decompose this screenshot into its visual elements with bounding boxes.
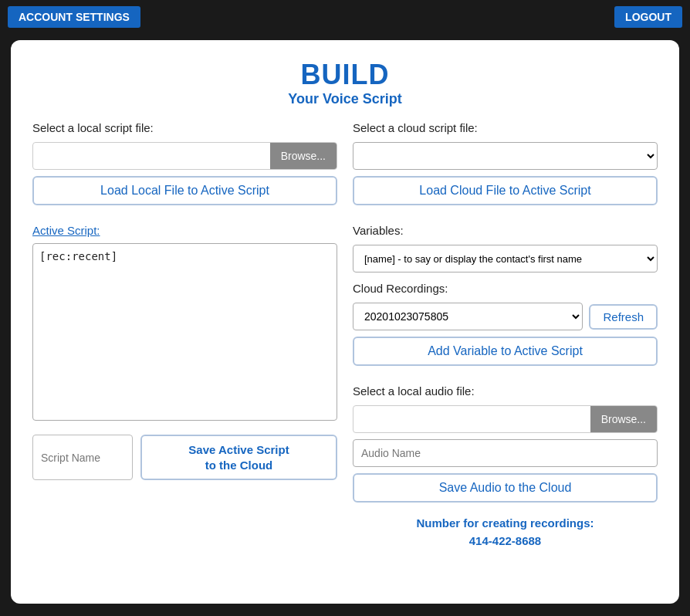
save-audio-button[interactable]: Save Audio to the Cloud — [353, 473, 658, 503]
refresh-button[interactable]: Refresh — [589, 304, 658, 330]
cloud-recordings-row: 20201023075805 Refresh — [353, 303, 658, 330]
main-card: BUILD Your Voice Script Select a local s… — [11, 40, 679, 604]
local-audio-text-input[interactable] — [353, 410, 590, 428]
voice-script-subtitle: Your Voice Script — [32, 91, 658, 107]
script-name-input[interactable] — [32, 435, 133, 480]
phone-number-text: Number for creating recordings: 414-422-… — [353, 515, 658, 550]
local-browse-button[interactable]: Browse... — [270, 143, 337, 169]
top-bar: ACCOUNT SETTINGS LOGOUT — [0, 0, 690, 34]
cloud-recordings-select[interactable]: 20201023075805 — [353, 303, 583, 330]
local-audio-label: Select a local audio file: — [353, 384, 658, 398]
variables-select[interactable]: [name] - to say or display the contact's… — [353, 245, 658, 272]
bottom-left-row: Save Active Script to the Cloud — [32, 435, 337, 480]
load-cloud-file-button[interactable]: Load Cloud File to Active Script — [353, 176, 658, 205]
cloud-script-select[interactable] — [353, 142, 658, 170]
audio-browse-button[interactable]: Browse... — [590, 406, 657, 432]
left-column: Select a local script file: Browse... Lo… — [32, 121, 337, 550]
right-column: Select a cloud script file: Load Cloud F… — [353, 121, 658, 550]
audio-name-input[interactable] — [353, 439, 658, 467]
local-file-text-input[interactable] — [33, 147, 270, 165]
active-script-link[interactable]: Active Script: — [32, 224, 337, 237]
columns: Select a local script file: Browse... Lo… — [32, 121, 658, 550]
local-file-input-row: Browse... — [32, 142, 337, 170]
add-variable-button[interactable]: Add Variable to Active Script — [353, 337, 658, 366]
save-active-script-button[interactable]: Save Active Script to the Cloud — [140, 435, 337, 480]
variables-label: Variables: — [353, 224, 658, 237]
load-local-file-button[interactable]: Load Local File to Active Script — [32, 176, 337, 205]
active-script-textarea[interactable]: [rec:recent] — [32, 243, 337, 421]
local-audio-input-row: Browse... — [353, 405, 658, 433]
account-settings-button[interactable]: ACCOUNT SETTINGS — [8, 6, 140, 28]
build-title: BUILD — [32, 59, 658, 91]
logout-button[interactable]: LOGOUT — [614, 6, 682, 28]
local-file-label: Select a local script file: — [32, 121, 337, 134]
cloud-file-label: Select a cloud script file: — [353, 121, 658, 134]
cloud-recordings-label: Cloud Recordings: — [353, 282, 658, 295]
